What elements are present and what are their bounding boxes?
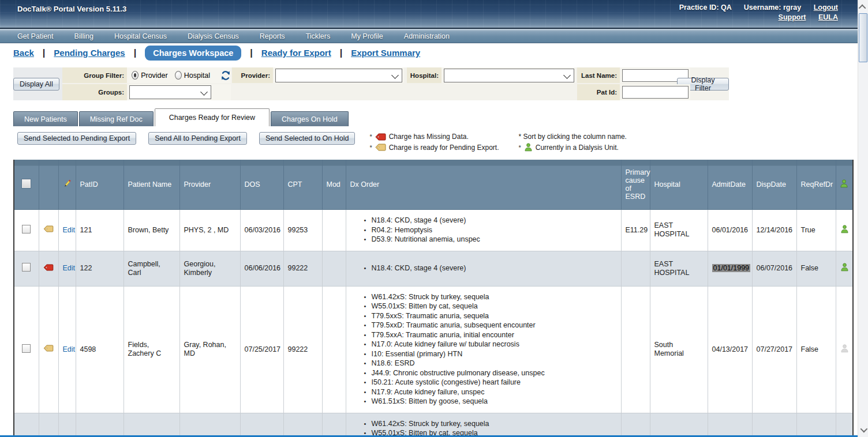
dx-item: W55.01xS: Bitten by cat, sequela <box>364 303 615 311</box>
row-checkbox[interactable] <box>22 344 31 353</box>
nav-item[interactable]: Reports <box>249 29 295 43</box>
send-selected-hold-button[interactable]: Send Selected to On Hold <box>259 132 356 145</box>
column-header-mod[interactable]: Mod <box>322 160 346 210</box>
flag-column-header[interactable] <box>39 160 58 210</box>
username: Username: rgray <box>744 3 801 12</box>
nav-item[interactable]: Dialysis Census <box>177 29 249 43</box>
workspace-tab[interactable]: Missing Ref Doc <box>79 111 154 126</box>
yellow-flag-icon <box>375 144 386 151</box>
provider-radio[interactable] <box>132 71 139 80</box>
edit-link[interactable]: Edit <box>63 226 76 234</box>
dx-item: I10: Essential (primary) HTN <box>364 351 615 359</box>
dialysis-column-header[interactable] <box>836 160 853 210</box>
workspace-tab[interactable]: Charges Ready for Review <box>155 108 270 126</box>
edit-column-header[interactable] <box>58 160 76 210</box>
legend-dialysis: * Currently in a Dialysis Unit. <box>518 143 626 152</box>
hospital-select[interactable] <box>444 69 574 82</box>
pencil-icon <box>63 182 72 190</box>
groups-label: Groups: <box>62 84 127 100</box>
tab-charges-workspace[interactable]: Charges Workspace <box>145 46 241 61</box>
cell-esrd <box>621 413 650 437</box>
back-link[interactable]: Back <box>13 48 34 58</box>
tab-pending-charges[interactable]: Pending Charges <box>54 48 125 58</box>
cell-dos: 06/06/2016 <box>240 251 283 286</box>
app-banner: DocTalk® Portal Version 5.11.3 Practice … <box>0 0 868 28</box>
edit-link[interactable]: Edit <box>63 264 76 272</box>
main-nav: Get PatientBillingHospital CensusDialysi… <box>0 28 868 43</box>
cell-mod <box>322 413 346 437</box>
table-row: Edit 122 Campbell, Carl Georgiou, Kimber… <box>14 251 853 286</box>
groups-select[interactable] <box>129 85 211 99</box>
scrollbar-thumb[interactable] <box>859 13 867 62</box>
column-header-dispdate[interactable]: DispDate <box>752 160 796 210</box>
refresh-icon[interactable] <box>220 70 231 81</box>
workspace-tabs: New Patients Missing Ref Doc Charges Rea… <box>13 108 868 126</box>
dialysis-person-icon <box>840 179 848 188</box>
cell-admitdate: 01/01/1999 <box>708 251 752 286</box>
scroll-down-button[interactable] <box>858 424 868 435</box>
send-selected-pending-button[interactable]: Send Selected to Pending Export <box>17 132 136 145</box>
cell-dispdate: 07/27/2017 <box>752 286 796 413</box>
dialysis-person-icon <box>840 225 849 233</box>
cell-dispdate: 06/07/2016 <box>752 251 796 286</box>
table-row: Edit 4598 Fields, Zachery C Gray, Rohan,… <box>14 286 853 413</box>
logout-link[interactable]: Logout <box>814 3 838 12</box>
cell-provider: PHYS, 2 , MD <box>179 210 240 251</box>
column-header-dx-order[interactable]: Dx Order <box>346 160 621 210</box>
column-header-patient-name[interactable]: Patient Name <box>124 160 179 210</box>
dx-item: I50.21: Acute systolic (congestive) hear… <box>364 379 615 387</box>
cell-mod <box>322 286 346 413</box>
cell-cpt: 99222 <box>283 251 322 286</box>
column-header-esrd[interactable]: Primary cause of ESRD <box>621 160 650 210</box>
cell-dx-order: N18.4: CKD, stage 4 (severe)R04.2: Hemop… <box>346 210 621 251</box>
red-flag-icon <box>43 264 54 271</box>
nav-item[interactable]: Billing <box>64 29 104 43</box>
column-header-cpt[interactable]: CPT <box>283 160 322 210</box>
cell-dos: 06/03/2016 <box>240 210 283 251</box>
provider-select[interactable] <box>275 69 402 82</box>
group-filter-label: Group Filter: <box>62 67 127 83</box>
display-all-button[interactable]: Display All <box>13 78 59 91</box>
nav-item[interactable]: Hospital Census <box>104 29 177 43</box>
workspace-tab[interactable]: Charges On Hold <box>271 111 349 126</box>
nav-item[interactable]: Get Patient <box>7 29 64 43</box>
select-all-checkbox[interactable] <box>22 179 31 188</box>
dx-item: N18.4: CKD, stage 4 (severe) <box>364 265 615 273</box>
tab-ready-for-export[interactable]: Ready for Export <box>261 48 331 58</box>
select-all-header[interactable] <box>14 160 39 210</box>
nav-item[interactable]: My Profile <box>341 29 394 43</box>
column-header-patid[interactable]: PatID <box>76 160 124 210</box>
edit-link[interactable]: Edit <box>63 345 76 353</box>
column-header-admitdate[interactable]: AdmitDate <box>708 160 752 210</box>
table-header-row: PatID Patient Name Provider DOS CPT Mod … <box>14 160 853 210</box>
tab-export-summary[interactable]: Export Summary <box>351 48 420 58</box>
nav-item[interactable]: Administration <box>394 29 460 43</box>
cell-cpt: 99253 <box>283 210 322 251</box>
column-header-dos[interactable]: DOS <box>240 160 283 210</box>
workspace-tab[interactable]: New Patients <box>13 111 78 126</box>
breadcrumb: Back | Pending Charges | Charges Workspa… <box>0 43 868 62</box>
cell-provider <box>179 413 240 437</box>
cell-dx-order: W61.42xS: Struck by turkey, sequelaW55.0… <box>346 413 621 437</box>
dx-item: N18.6: ESRD <box>364 360 615 368</box>
column-header-reqrefdr[interactable]: ReqRefDr <box>796 160 836 210</box>
column-header-provider[interactable]: Provider <box>179 160 240 210</box>
legend: * Charge has Missing Data. * Sort by cli… <box>369 133 626 152</box>
eula-link[interactable]: EULA <box>818 13 838 21</box>
dx-item: W61.42xS: Struck by turkey, sequela <box>364 293 615 302</box>
support-link[interactable]: Support <box>779 13 806 21</box>
dx-item: N18.4: CKD, stage 4 (severe) <box>364 217 615 225</box>
cell-admitdate: 06/01/2016 <box>708 210 752 251</box>
send-all-pending-button[interactable]: Send All to Pending Export <box>148 132 247 145</box>
legend-missing-data: * Charge has Missing Data. <box>369 133 499 141</box>
nav-item[interactable]: Ticklers <box>295 29 341 43</box>
pat-id-input[interactable] <box>622 86 689 99</box>
hospital-radio[interactable] <box>175 71 182 80</box>
scroll-up-button[interactable] <box>858 1 868 13</box>
column-header-hospital[interactable]: Hospital <box>650 160 708 210</box>
row-checkbox[interactable] <box>22 225 31 233</box>
vertical-scrollbar[interactable] <box>858 0 868 437</box>
table-row: Edit 121 Brown, Betty PHYS, 2 , MD 06/03… <box>14 210 853 251</box>
row-checkbox[interactable] <box>22 263 31 272</box>
yellow-flag-icon <box>43 345 54 352</box>
